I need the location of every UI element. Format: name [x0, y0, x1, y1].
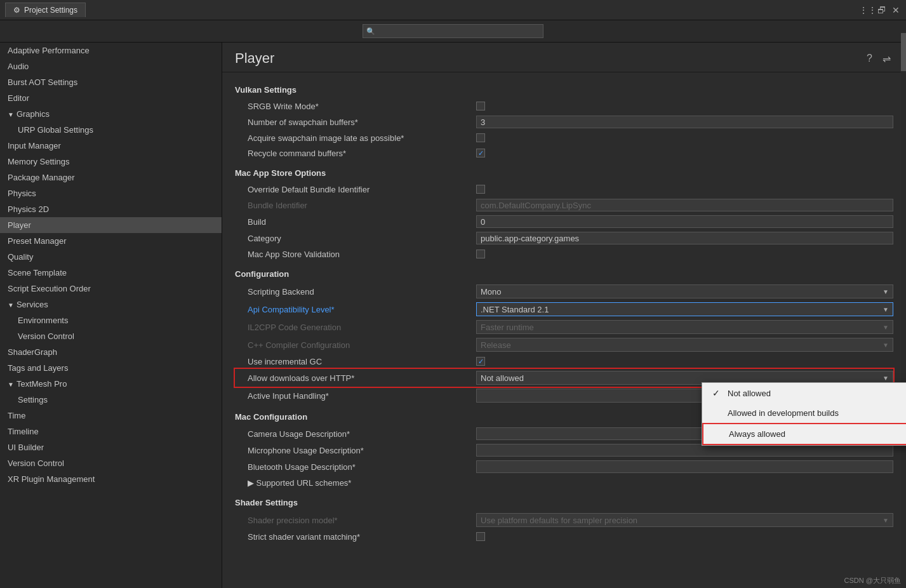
- scripting-backend-label: Scripting Backend: [235, 287, 476, 297]
- sidebar-item-adaptive-performance[interactable]: Adaptive Performance: [0, 43, 222, 58]
- content-header: Player ? ⇌: [222, 43, 906, 72]
- popup-item-not-allowed-label: Not allowed: [728, 389, 771, 398]
- sidebar-item-shadergraph[interactable]: ShaderGraph: [0, 344, 222, 360]
- popup-item-not-allowed[interactable]: ✓ Not allowed: [702, 383, 906, 403]
- window-title: Project Settings: [24, 6, 77, 15]
- recycle-commands-checkbox[interactable]: [476, 149, 485, 157]
- sidebar-item-textmesh-settings[interactable]: Settings: [0, 392, 222, 408]
- category-input[interactable]: [476, 232, 893, 244]
- strict-shader-label: Strict shader variant matching*: [235, 532, 476, 542]
- sidebar-item-editor[interactable]: Editor: [0, 90, 222, 106]
- build-row: Build: [235, 213, 893, 230]
- title-bar-tab[interactable]: ⚙ Project Settings: [5, 3, 86, 17]
- bluetooth-usage-row: Bluetooth Usage Description*: [235, 458, 893, 475]
- content-header-icons: ? ⇌: [864, 51, 893, 66]
- scripting-backend-row: Scripting Backend Mono▼: [235, 283, 893, 300]
- sidebar-item-tags[interactable]: Tags and Layers: [0, 360, 222, 376]
- sidebar-item-urp[interactable]: URP Global Settings: [0, 122, 222, 138]
- strict-shader-checkbox[interactable]: [476, 532, 485, 541]
- scripting-backend-dropdown[interactable]: Mono▼: [476, 284, 893, 298]
- sidebar-item-time[interactable]: Time: [0, 408, 222, 424]
- bundle-id-input[interactable]: [476, 199, 893, 211]
- swapchain-buffers-input[interactable]: [476, 116, 893, 128]
- dropdown-popup: ✓ Not allowed Allowed in development bui…: [702, 382, 906, 446]
- il2cpp-dropdown[interactable]: Faster runtime▼: [476, 320, 893, 334]
- search-icon: 🔍: [366, 27, 375, 36]
- incremental-gc-checkbox[interactable]: [476, 357, 485, 366]
- sidebar-item-services[interactable]: ▼Services: [0, 297, 222, 312]
- close-btn[interactable]: ✕: [891, 5, 901, 15]
- override-bundle-value: [476, 185, 893, 194]
- sidebar-item-preset[interactable]: Preset Manager: [0, 233, 222, 249]
- sidebar-item-quality[interactable]: Quality: [0, 249, 222, 265]
- sidebar-item-physics[interactable]: Physics: [0, 185, 222, 201]
- sidebar-item-graphics[interactable]: ▼Graphics: [0, 106, 222, 122]
- sidebar: Adaptive Performance Audio Burst AOT Set…: [0, 43, 222, 588]
- incremental-gc-value: [476, 357, 893, 366]
- cpp-compiler-label: C++ Compiler Configuration: [235, 340, 476, 350]
- swapchain-buffers-row: Number of swapchain buffers*: [235, 114, 893, 130]
- settings-layout-icon[interactable]: ⇌: [880, 51, 893, 66]
- search-input[interactable]: [363, 24, 543, 38]
- bluetooth-usage-value: [476, 460, 893, 473]
- sidebar-item-textmesh[interactable]: ▼TextMesh Pro: [0, 376, 222, 392]
- sidebar-item-version-control-child[interactable]: Version Control: [0, 328, 222, 344]
- vulkan-section-header: Vulkan Settings: [235, 85, 893, 95]
- shader-precision-dropdown[interactable]: Use platform defaults for sampler precis…: [476, 513, 893, 527]
- allow-downloads-label: Allow downloads over HTTP*: [235, 373, 476, 383]
- shader-precision-row: Shader precision model* Use platform def…: [235, 511, 893, 529]
- sidebar-item-burst[interactable]: Burst AOT Settings: [0, 74, 222, 90]
- cpp-compiler-dropdown[interactable]: Release▼: [476, 338, 893, 352]
- category-value: [476, 232, 893, 244]
- title-bar-left: ⚙ Project Settings: [5, 3, 86, 17]
- sidebar-item-input-manager[interactable]: Input Manager: [0, 138, 222, 154]
- sidebar-item-script-exec[interactable]: Script Execution Order: [0, 281, 222, 297]
- sidebar-item-version-control[interactable]: Version Control: [0, 455, 222, 471]
- override-bundle-row: Override Default Bundle Identifier: [235, 182, 893, 197]
- override-bundle-checkbox[interactable]: [476, 185, 485, 194]
- content-area: Player ? ⇌ Vulkan Settings SRGB Write Mo…: [222, 43, 906, 588]
- sidebar-item-xr[interactable]: XR Plugin Management: [0, 471, 222, 487]
- sidebar-item-audio[interactable]: Audio: [0, 58, 222, 74]
- api-compat-dropdown[interactable]: .NET Standard 2.1▼: [476, 302, 893, 316]
- microphone-usage-input[interactable]: [476, 444, 893, 457]
- mac-validation-label: Mac App Store Validation: [235, 250, 476, 259]
- maximize-btn[interactable]: 🗗: [877, 5, 887, 15]
- microphone-usage-value: [476, 444, 893, 457]
- category-label: Category: [235, 234, 476, 243]
- search-wrap: 🔍: [363, 24, 543, 38]
- bluetooth-usage-input[interactable]: [476, 460, 893, 473]
- sidebar-item-player[interactable]: Player: [0, 217, 222, 233]
- checkmark-icon: ✓: [712, 388, 723, 398]
- bluetooth-usage-label: Bluetooth Usage Description*: [235, 462, 476, 472]
- sidebar-item-package[interactable]: Package Manager: [0, 170, 222, 185]
- title-bar: ⚙ Project Settings ⋮⋮ 🗗 ✕: [0, 0, 906, 20]
- settings-icon: ⚙: [13, 6, 20, 15]
- shader-precision-value: Use platform defaults for sampler precis…: [476, 513, 893, 527]
- popup-item-always-allowed[interactable]: Always allowed: [702, 423, 906, 445]
- build-input[interactable]: [476, 215, 893, 228]
- mac-validation-checkbox[interactable]: [476, 250, 485, 258]
- sidebar-item-environments[interactable]: Environments: [0, 312, 222, 328]
- popup-item-always-allowed-label: Always allowed: [729, 429, 785, 439]
- acquire-swapchain-value: [476, 133, 893, 142]
- bundle-id-label: Bundle Identifier: [235, 201, 476, 210]
- scripting-backend-wrap: Mono▼: [476, 284, 893, 298]
- page-title: Player: [235, 50, 274, 67]
- sidebar-item-scene-template[interactable]: Scene Template: [0, 265, 222, 281]
- sidebar-item-physics2d[interactable]: Physics 2D: [0, 201, 222, 217]
- scripting-backend-value: Mono▼: [476, 284, 893, 298]
- il2cpp-wrap: Faster runtime▼: [476, 320, 893, 334]
- sidebar-item-ui-builder[interactable]: UI Builder: [0, 439, 222, 455]
- help-icon[interactable]: ?: [864, 51, 875, 65]
- srgb-row: SRGB Write Mode*: [235, 98, 893, 114]
- popup-item-allowed-dev[interactable]: Allowed in development builds: [702, 403, 906, 423]
- srgb-checkbox[interactable]: [476, 102, 485, 110]
- strict-shader-row: Strict shader variant matching*: [235, 529, 893, 544]
- build-value: [476, 215, 893, 228]
- cpp-compiler-row: C++ Compiler Configuration Release▼: [235, 336, 893, 354]
- acquire-swapchain-checkbox[interactable]: [476, 133, 485, 142]
- sidebar-item-timeline[interactable]: Timeline: [0, 424, 222, 439]
- more-options-btn[interactable]: ⋮⋮: [863, 5, 873, 15]
- sidebar-item-memory[interactable]: Memory Settings: [0, 154, 222, 170]
